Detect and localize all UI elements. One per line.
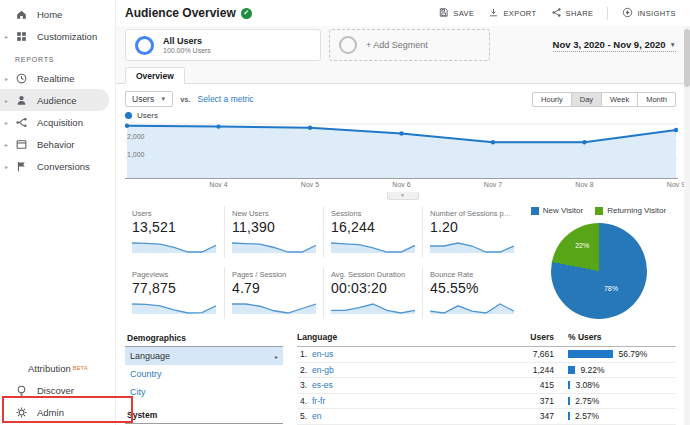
sidebar-item-label: Realtime	[37, 73, 75, 84]
pie-slice-label-new: 78%	[604, 285, 618, 292]
metric-value: 4.79	[232, 280, 316, 296]
granularity-week-button[interactable]: Week	[601, 92, 638, 107]
insights-button[interactable]: INSIGHTS	[607, 7, 676, 20]
tab-overview[interactable]: Overview	[125, 67, 185, 84]
dimension-item-country[interactable]: Country	[125, 365, 283, 383]
sidebar-item-acquisition[interactable]: ▸Acquisition	[0, 111, 115, 133]
users-cell: 371	[496, 396, 554, 406]
audience-icon	[15, 94, 28, 107]
sidebar-item-label: Admin	[37, 407, 64, 418]
metric-card-number-of-sessions-per-user[interactable]: Number of Sessions per User1.20	[422, 206, 521, 258]
column-header-users[interactable]: Users	[496, 332, 554, 342]
scrollbar-track[interactable]	[684, 26, 690, 425]
share-button[interactable]: SHARE	[551, 7, 594, 20]
insights-label: INSIGHTS	[637, 9, 676, 18]
page-title-text: Audience Overview	[125, 6, 236, 20]
sidebar-item-audience[interactable]: ▸Audience	[0, 89, 109, 111]
realtime-icon	[15, 72, 28, 85]
select-metric-link[interactable]: Select a metric	[198, 94, 254, 104]
language-table: Language Users % Users 1.en-us7,66156.79…	[297, 329, 676, 425]
sidebar-item-conversions[interactable]: ▸Conversions	[0, 155, 115, 177]
granularity-month-button[interactable]: Month	[637, 92, 676, 107]
chart-collapse-handle[interactable]: ▼	[387, 192, 419, 200]
language-link[interactable]: es-es	[312, 380, 333, 390]
column-header-language[interactable]: Language	[297, 332, 496, 342]
metric-sparkline	[331, 299, 415, 315]
dimension-item-city[interactable]: City	[125, 383, 283, 401]
sidebar-item-label: Behavior	[37, 139, 75, 150]
pct-text: 56.79%	[618, 349, 647, 359]
all-users-segment[interactable]: All Users 100.00% Users	[125, 29, 321, 61]
dimension-item-language[interactable]: Language▸	[125, 347, 283, 365]
save-button[interactable]: SAVE	[438, 7, 474, 20]
metric-dropdown[interactable]: Users ▼	[125, 91, 173, 107]
beta-badge: BETA	[73, 365, 88, 371]
sidebar-item-behavior[interactable]: ▸Behavior	[0, 133, 115, 155]
sidebar-item-customization[interactable]: ▸Customization	[0, 25, 115, 47]
sidebar-item-attribution[interactable]: AttributionBETA	[0, 357, 115, 379]
granularity-hourly-button[interactable]: Hourly	[532, 92, 572, 107]
chevron-down-icon: ▼	[160, 96, 166, 102]
add-segment-button[interactable]: + Add Segment	[329, 29, 490, 61]
language-cell: 4.fr-fr	[297, 396, 496, 406]
pie-legend-returning-visitor: Returning Visitor	[595, 206, 666, 215]
language-link[interactable]: en-gb	[312, 365, 334, 375]
expand-arrow-icon: ▸	[5, 141, 14, 148]
segment-cards: All Users 100.00% Users + Add Segment	[125, 29, 490, 61]
pie-legend-label: New Visitor	[543, 206, 583, 215]
chevron-right-icon: ▸	[275, 353, 278, 360]
metric-label: Number of Sessions per User	[430, 209, 514, 218]
language-cell: 5.en	[297, 411, 496, 421]
pie-slice-label-returning: 22%	[575, 242, 589, 249]
scrollbar-thumb[interactable]	[684, 29, 690, 87]
sidebar: Home▸Customization REPORTS ▸Realtime▸Aud…	[0, 0, 116, 425]
pct-bar	[568, 412, 570, 420]
language-link[interactable]: fr-fr	[312, 396, 325, 406]
table-row: 3.es-es4153.08%	[297, 378, 676, 394]
granularity-day-button[interactable]: Day	[571, 92, 602, 107]
metric-card-new-users[interactable]: New Users11,390	[224, 206, 323, 258]
sidebar-top-items: Home▸Customization	[0, 3, 115, 47]
pct-bar	[568, 381, 570, 389]
export-button[interactable]: EXPORT	[488, 7, 536, 20]
sidebar-item-discover[interactable]: Discover	[0, 379, 115, 401]
users-cell: 347	[496, 411, 554, 421]
pct-bar	[568, 350, 613, 358]
ga-audience-overview-page: Home▸Customization REPORTS ▸Realtime▸Aud…	[0, 0, 690, 425]
segment-ring-icon	[135, 36, 154, 55]
metric-card-sessions[interactable]: Sessions16,244	[323, 206, 422, 258]
sidebar-item-admin[interactable]: Admin	[0, 401, 115, 423]
sidebar-item-home[interactable]: Home	[0, 3, 115, 25]
row-rank: 5.	[297, 411, 307, 421]
date-range-picker[interactable]: Nov 3, 2020 - Nov 9, 2020 ▼	[553, 39, 676, 52]
pie-legend: New VisitorReturning Visitor	[531, 206, 666, 215]
share-label: SHARE	[566, 9, 594, 18]
metric-dropdown-value: Users	[132, 94, 154, 104]
metric-sparkline	[331, 238, 415, 254]
metric-card-pages-session[interactable]: Pages / Session4.79	[224, 267, 323, 319]
metric-card-pageviews[interactable]: Pageviews77,875	[125, 267, 224, 319]
sidebar-item-label: Discover	[37, 385, 74, 396]
users-cell: 7,661	[496, 349, 554, 359]
home-icon	[15, 8, 28, 21]
metric-card-bounce-rate[interactable]: Bounce Rate45.55%	[422, 267, 521, 319]
chart-x-axis-labels: Nov 4Nov 5Nov 6Nov 7Nov 8Nov 9	[125, 181, 678, 192]
metric-label: Users	[132, 209, 217, 218]
language-link[interactable]: en	[312, 411, 321, 421]
vs-label: vs.	[180, 95, 190, 104]
export-icon	[488, 7, 499, 20]
language-link[interactable]: en-us	[312, 349, 333, 359]
segment-band: All Users 100.00% Users + Add Segment No…	[115, 26, 690, 64]
dimension-group-system: System	[125, 406, 283, 424]
metric-card-avg-session-duration[interactable]: Avg. Session Duration00:03:20	[323, 267, 422, 319]
metric-card-users[interactable]: Users13,521	[125, 206, 224, 258]
pie-legend-label: Returning Visitor	[607, 206, 666, 215]
language-cell: 3.es-es	[297, 380, 496, 390]
svg-text:2,000: 2,000	[127, 133, 145, 140]
dimension-item-label: City	[130, 387, 146, 397]
column-header-pct-users[interactable]: % Users	[554, 332, 676, 342]
segment-subtitle: 100.00% Users	[163, 47, 211, 54]
expand-arrow-icon: ▸	[5, 119, 14, 126]
sidebar-item-realtime[interactable]: ▸Realtime	[0, 67, 115, 89]
dimensions-section: DemographicsLanguage▸CountryCitySystemBr…	[115, 319, 690, 425]
